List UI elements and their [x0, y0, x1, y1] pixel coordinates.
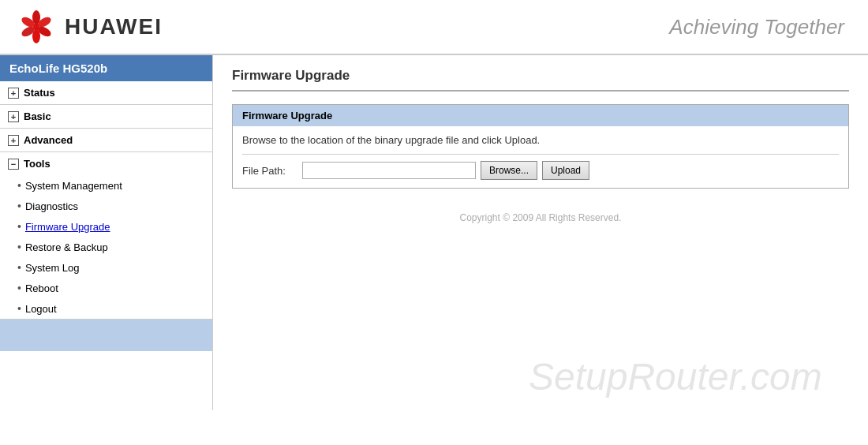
sidebar-item-advanced-label[interactable]: + Advanced	[0, 129, 212, 151]
watermark: SetupRouter.com	[529, 355, 822, 398]
content-area: Firmware Upgrade Firmware Upgrade Browse…	[213, 55, 868, 410]
expand-icon-tools: −	[8, 159, 19, 170]
sidebar-nav: + Status + Basic + Advanced	[0, 81, 212, 320]
file-path-label: File Path:	[242, 165, 297, 177]
sidebar-item-advanced[interactable]: + Advanced	[0, 129, 212, 152]
sidebar-item-status[interactable]: + Status	[0, 81, 212, 105]
tools-sub-items: System Management Diagnostics Firmware U…	[0, 175, 212, 319]
sidebar-bottom	[0, 320, 212, 351]
sidebar-item-tools[interactable]: − Tools System Management Diagnostics Fi…	[0, 152, 212, 320]
expand-icon-advanced: +	[8, 135, 19, 146]
sidebar-subitem-system-management[interactable]: System Management	[0, 175, 212, 196]
expand-icon-basic: +	[8, 111, 19, 122]
sidebar-item-basic[interactable]: + Basic	[0, 105, 212, 129]
sidebar-item-status-label[interactable]: + Status	[0, 81, 212, 104]
file-path-row: File Path: Browse... Upload	[242, 154, 839, 180]
tagline: Achieving Together	[669, 15, 844, 39]
sidebar-item-tools-label[interactable]: − Tools	[0, 152, 212, 175]
sidebar-subitem-firmware-upgrade[interactable]: Firmware Upgrade	[0, 216, 212, 237]
sidebar: EchoLife HG520b + Status + Basic +	[0, 55, 213, 410]
firmware-upgrade-box: Firmware Upgrade Browse to the location …	[232, 104, 849, 189]
file-path-input[interactable]	[302, 162, 476, 179]
huawei-logo-icon	[16, 9, 57, 44]
copyright-text: Copyright © 2009 All Rights Reserved.	[232, 212, 849, 223]
page-title: Firmware Upgrade	[232, 68, 849, 92]
sidebar-title: EchoLife HG520b	[0, 55, 212, 81]
sidebar-subitem-reboot[interactable]: Reboot	[0, 278, 212, 298]
upgrade-box-body: Browse to the location of the binary upg…	[233, 126, 848, 188]
upgrade-box-header: Firmware Upgrade	[233, 105, 848, 126]
logo-area: HUAWEI	[16, 9, 163, 44]
header: HUAWEI Achieving Together	[0, 0, 868, 55]
browse-button[interactable]: Browse...	[481, 161, 537, 180]
upgrade-description: Browse to the location of the binary upg…	[242, 134, 839, 146]
upload-button[interactable]: Upload	[542, 161, 589, 180]
sidebar-item-basic-label[interactable]: + Basic	[0, 105, 212, 128]
firmware-upgrade-link[interactable]: Firmware Upgrade	[25, 221, 110, 233]
logo-text: HUAWEI	[65, 14, 163, 39]
sidebar-subitem-logout[interactable]: Logout	[0, 298, 212, 319]
sidebar-subitem-system-log[interactable]: System Log	[0, 257, 212, 278]
main-layout: EchoLife HG520b + Status + Basic +	[0, 55, 868, 410]
sidebar-subitem-diagnostics[interactable]: Diagnostics	[0, 196, 212, 216]
expand-icon-status: +	[8, 88, 19, 99]
sidebar-subitem-restore-backup[interactable]: Restore & Backup	[0, 237, 212, 257]
